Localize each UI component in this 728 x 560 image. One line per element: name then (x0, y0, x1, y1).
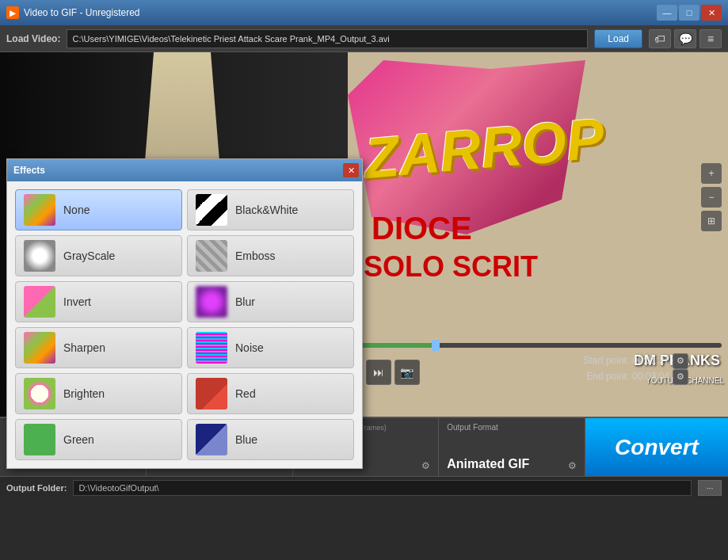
graffiti-text-2: DIOCE (372, 211, 472, 246)
app-icon: ▶ (6, 6, 19, 19)
effect-btn-brighten[interactable]: Brighten (15, 373, 182, 414)
effect-btn-green[interactable]: Green (15, 419, 182, 460)
end-point-value: 00:03:04 (632, 369, 669, 384)
window-title: Video to GIF - Unregistered (24, 7, 652, 18)
effects-dialog-title: Effects ✕ (7, 159, 362, 181)
effect-btn-invert[interactable]: Invert (15, 281, 182, 322)
maximize-button[interactable]: □ (679, 5, 699, 21)
load-label: Load Video: (6, 33, 60, 44)
effects-dialog: Effects ✕ NoneBlack&WhiteGrayScaleEmboss… (6, 158, 363, 469)
effect-thumb-green (24, 424, 55, 455)
effect-label-none: None (63, 204, 90, 216)
effect-label-blue: Blue (235, 433, 257, 446)
effect-label-brighten: Brighten (63, 387, 105, 400)
tag-button[interactable]: 🏷 (649, 29, 671, 48)
load-bar: Load Video: Load 🏷 💬 ≡ (0, 25, 728, 52)
effects-close-button[interactable]: ✕ (343, 163, 359, 177)
end-point-label: End point: (586, 369, 629, 384)
effect-btn-grayscale[interactable]: GrayScale (15, 235, 182, 276)
load-icon-group: 🏷 💬 ≡ (649, 29, 722, 48)
effect-thumb-grayscale (24, 240, 55, 272)
effect-label-green: Green (63, 433, 94, 446)
output-format-label: Output Format (447, 423, 577, 432)
end-point-row: End point: 00:03:04 ⚙ (583, 369, 688, 385)
time-points: Start point: 00:01:27 ⚙ End point: 00:03… (583, 353, 688, 385)
effect-label-blur: Blur (235, 295, 255, 308)
convert-button[interactable]: Convert (585, 418, 728, 476)
video-side-controls: + − ⊞ (701, 163, 722, 231)
end-point-settings[interactable]: ⚙ (673, 369, 688, 385)
output-format-section: Output Format Animated GIF ⚙ (439, 418, 585, 476)
output-browse-button[interactable]: ··· (698, 480, 722, 496)
fit-button[interactable]: ⊞ (701, 211, 722, 231)
effect-btn-none[interactable]: None (15, 189, 182, 230)
effect-thumb-noise (196, 332, 227, 364)
effect-label-invert: Invert (63, 295, 91, 308)
start-point-label: Start point: (583, 353, 629, 368)
effects-grid: NoneBlack&WhiteGrayScaleEmbossInvertBlur… (7, 181, 362, 468)
effect-label-bw: Black&White (235, 204, 298, 216)
effects-title-text: Effects (13, 165, 45, 176)
effect-thumb-emboss (196, 240, 227, 272)
framerate-settings-icon[interactable]: ⚙ (421, 460, 430, 471)
output-format-value: Animated GIF (447, 457, 529, 471)
list-button[interactable]: ≡ (699, 29, 722, 48)
title-bar: ▶ Video to GIF - Unregistered — □ ✕ (0, 0, 728, 25)
output-format-row: Animated GIF ⚙ (447, 457, 577, 471)
skip-forward-button[interactable]: ⏭ (366, 360, 391, 385)
window-controls: — □ ✕ (657, 5, 722, 21)
effect-label-red: Red (235, 387, 256, 400)
effect-thumb-sharpen (24, 332, 55, 364)
minimize-button[interactable]: — (657, 5, 677, 21)
comment-button[interactable]: 💬 (674, 29, 696, 48)
start-point-value: 00:01:27 (632, 353, 669, 368)
effect-thumb-blue (196, 424, 227, 455)
start-point-row: Start point: 00:01:27 ⚙ (583, 353, 688, 369)
effect-btn-noise[interactable]: Noise (187, 327, 354, 368)
effect-btn-bw[interactable]: Black&White (187, 189, 354, 230)
start-point-settings[interactable]: ⚙ (673, 353, 688, 369)
graffiti-text-3: SOLO SCRIT (364, 250, 538, 284)
output-folder-label: Output Folder: (6, 483, 67, 493)
effect-label-noise: Noise (235, 341, 264, 354)
effect-thumb-brighten (24, 378, 55, 410)
effect-thumb-red (196, 378, 227, 410)
load-button[interactable]: Load (594, 29, 642, 48)
effect-btn-blue[interactable]: Blue (187, 419, 354, 460)
close-button[interactable]: ✕ (701, 5, 722, 21)
effect-btn-sharpen[interactable]: Sharpen (15, 327, 182, 368)
effect-thumb-invert (24, 286, 55, 318)
effect-btn-blur[interactable]: Blur (187, 281, 354, 322)
zoom-out-button[interactable]: − (701, 187, 722, 208)
file-path-input[interactable] (67, 29, 588, 48)
output-folder-bar: Output Folder: ··· (0, 476, 728, 498)
effect-thumb-blur (196, 286, 227, 318)
effect-btn-red[interactable]: Red (187, 373, 354, 414)
effect-thumb-none (24, 194, 55, 226)
effect-label-emboss: Emboss (235, 250, 276, 262)
effect-label-sharpen: Sharpen (63, 341, 105, 354)
effect-btn-emboss[interactable]: Emboss (187, 235, 354, 276)
output-path-input[interactable] (73, 480, 692, 496)
zoom-in-button[interactable]: + (701, 163, 722, 184)
output-format-settings-icon[interactable]: ⚙ (568, 460, 577, 471)
screenshot-button[interactable]: 📷 (394, 360, 420, 385)
timeline-handle[interactable] (432, 340, 440, 351)
effect-label-grayscale: GrayScale (63, 250, 115, 262)
effect-thumb-bw (196, 194, 227, 226)
